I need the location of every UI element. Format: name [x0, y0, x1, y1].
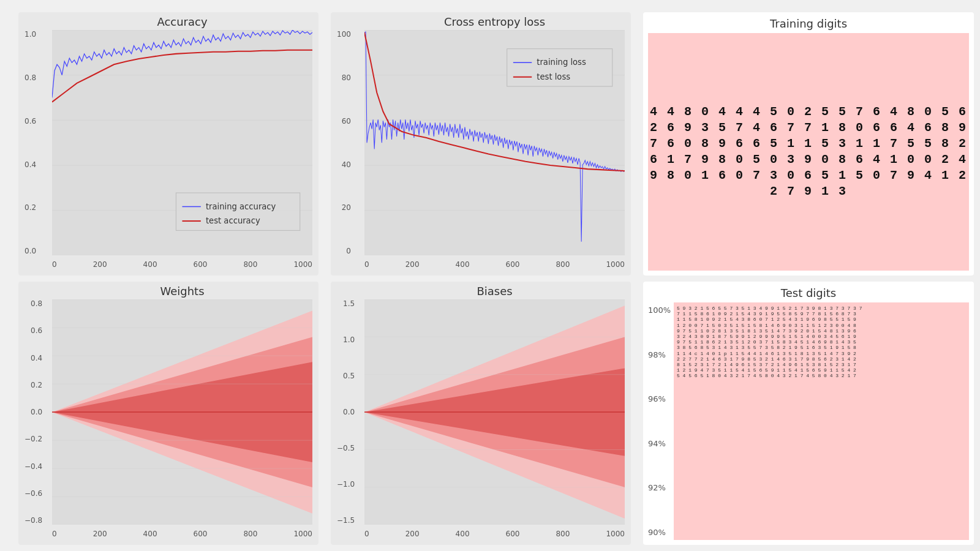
- biases-chart-area: 1.5 1.0 0.5 0.0 −0.5 −1.0 −1.5: [364, 299, 625, 525]
- cross-entropy-chart-area: 100 80 60 40 20 0: [364, 30, 625, 255]
- weights-y-axis: 0.8 0.6 0.4 0.2 0.0 −0.2 −0.4 −0.6 −0.8: [24, 299, 42, 525]
- biases-title: Biases: [364, 285, 625, 298]
- training-digits-area: 4 4 8 0 4 4 4 5 0 2 5 5 7 6 4 8 0 5 6 2 …: [648, 33, 969, 271]
- accuracy-svg: training accuracy test accuracy: [52, 30, 312, 255]
- svg-text:training accuracy: training accuracy: [206, 202, 276, 211]
- weights-title: Weights: [52, 285, 312, 298]
- biases-panel: Biases 1.5 1.0 0.5 0.0 −0.5 −1.0 −1.5: [331, 282, 631, 545]
- training-digits-content: 4 4 8 0 4 4 4 5 0 2 5 5 7 6 4 8 0 5 6 2 …: [648, 104, 969, 200]
- accuracy-x-axis: 0 200 400 600 800 1000: [52, 260, 312, 269]
- svg-text:training loss: training loss: [537, 58, 586, 67]
- cross-entropy-y-axis: 100 80 60 40 20 0: [337, 30, 351, 255]
- cross-entropy-title: Cross entropy loss: [364, 15, 625, 28]
- training-digits-title: Training digits: [648, 17, 969, 30]
- cross-entropy-panel: Cross entropy loss 100 80 60 40 20 0: [331, 12, 631, 276]
- accuracy-y-axis: 1.0 0.8 0.6 0.4 0.2 0.0: [24, 30, 36, 255]
- biases-y-axis: 1.5 1.0 0.5 0.0 −0.5 −1.0 −1.5: [337, 299, 355, 525]
- svg-text:test accuracy: test accuracy: [206, 216, 260, 225]
- accuracy-chart-area: 1.0 0.8 0.6 0.4 0.2 0.0: [52, 30, 312, 255]
- main-container: Accuracy 1.0 0.8 0.6 0.4 0.2 0.0: [12, 6, 968, 545]
- test-digits-container: 100% 98% 96% 94% 92% 90% 5 9 3 2 1 5 6 5…: [648, 302, 969, 540]
- test-digits-content: 5 9 3 2 1 5 6 5 5 7 3 5 1 3 4 9 9 1 5 2 …: [674, 302, 969, 381]
- weights-svg: [52, 299, 312, 525]
- biases-svg: [364, 299, 625, 525]
- cross-entropy-svg: training loss test loss: [364, 30, 625, 255]
- accuracy-panel: Accuracy 1.0 0.8 0.6 0.4 0.2 0.0: [18, 12, 318, 276]
- training-digits-panel: Training digits 4 4 8 0 4 4 4 5 0 2 5 5 …: [643, 12, 974, 276]
- test-y-labels: 100% 98% 96% 94% 92% 90%: [648, 302, 674, 540]
- weights-panel: Weights 0.8 0.6 0.4 0.2 0.0 −0.2 −0.4 −0…: [18, 282, 318, 545]
- test-digits-title: Test digits: [648, 287, 969, 299]
- biases-x-axis: 0 200 400 600 800 1000: [364, 530, 625, 538]
- cross-entropy-x-axis: 0 200 400 600 800 1000: [364, 260, 625, 269]
- test-digits-panel: Test digits 100% 98% 96% 94% 92% 90% 5 9…: [643, 282, 974, 545]
- test-digits-area: 5 9 3 2 1 5 6 5 5 7 3 5 1 3 4 9 9 1 5 2 …: [674, 302, 969, 540]
- weights-x-axis: 0 200 400 600 800 1000: [52, 530, 312, 538]
- accuracy-title: Accuracy: [52, 15, 312, 28]
- svg-text:test loss: test loss: [537, 72, 570, 81]
- weights-chart-area: 0.8 0.6 0.4 0.2 0.0 −0.2 −0.4 −0.6 −0.8: [52, 299, 312, 525]
